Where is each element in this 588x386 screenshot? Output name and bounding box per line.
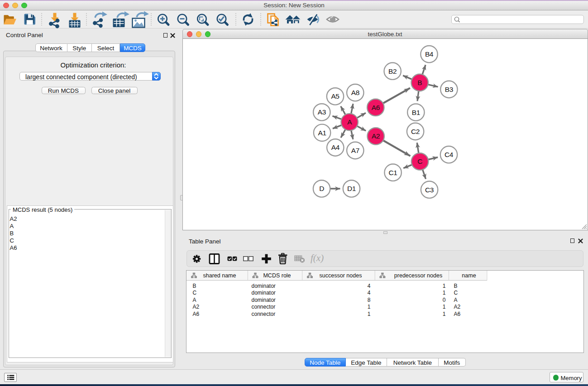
svg-text:C2: C2 — [411, 128, 420, 135]
svg-text:A7: A7 — [351, 147, 359, 154]
svg-text:C4: C4 — [445, 151, 454, 158]
svg-text:B1: B1 — [412, 109, 420, 116]
svg-text:B: B — [417, 79, 422, 86]
svg-text:B4: B4 — [425, 50, 434, 58]
svg-text:B2: B2 — [388, 67, 397, 75]
svg-text:D1: D1 — [347, 185, 356, 192]
svg-text:C3: C3 — [425, 186, 434, 194]
svg-text:C1: C1 — [389, 169, 397, 176]
svg-text:A: A — [347, 118, 352, 126]
svg-text:C: C — [417, 157, 422, 165]
svg-text:A6: A6 — [372, 104, 380, 111]
svg-text:A2: A2 — [372, 132, 380, 140]
svg-text:A5: A5 — [331, 92, 339, 100]
svg-text:D: D — [319, 185, 324, 192]
svg-text:A1: A1 — [318, 129, 326, 137]
svg-text:A8: A8 — [351, 89, 359, 96]
svg-text:B3: B3 — [445, 86, 453, 93]
svg-text:A3: A3 — [318, 108, 326, 116]
svg-text:A4: A4 — [331, 143, 340, 151]
